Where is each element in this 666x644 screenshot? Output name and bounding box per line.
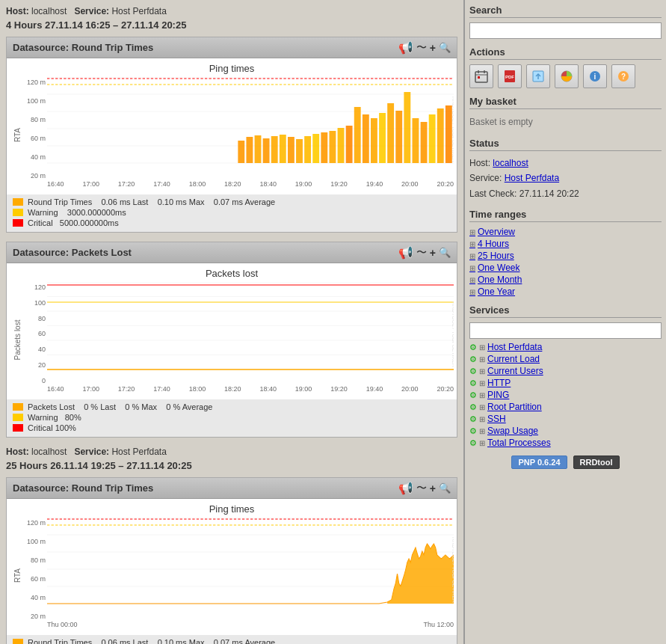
pnp-badge[interactable]: PNP 0.6.24 [511,456,567,469]
time-range-link-oneweek[interactable]: ⊞ One Week [469,263,662,273]
datasource-title-3: Datasource: Round Trip Times [13,482,153,494]
host-info-3: Host: localhost Service: Host Perfdata [6,447,457,457]
service-ext-icon-5: ⊞ [479,391,485,399]
service-item-root-partition: ⚙ ⊞ Root Partition [469,402,662,412]
service-gear-icon-8: ⚙ [469,426,477,436]
zoom-icon-2[interactable]: 🔍 [439,247,451,258]
datasource-block-3: Datasource: Round Trip Times 📢 〜 + 🔍 Pin… [6,477,457,644]
plus-icon-1[interactable]: + [430,42,436,54]
pie-icon-btn[interactable] [555,64,579,88]
wave-icon-1[interactable]: 〜 [416,41,427,55]
legend-row-3-1: Round Trip Times 0.06 ms Last 0.10 ms Ma… [13,638,451,644]
pdf-icon-btn[interactable]: PDF [498,64,522,88]
service-item-total-processes: ⚙ ⊞ Total Processes [469,438,662,448]
status-service-row: Service: Host Perfdata [469,171,662,185]
time-range-link-oneyear[interactable]: ⊞ One Year [469,286,662,297]
services-search-input[interactable] [469,322,662,339]
search-input[interactable] [469,22,662,39]
service-gear-icon-5: ⚙ [469,390,477,400]
service-link-host-perfdata[interactable]: Host Perfdata [487,342,542,352]
service-value-3: Host Perfdata [111,447,166,457]
svg-rect-24 [371,118,377,163]
legend-row-pkt-1: Packets Lost 0 % Last 0 % Max 0 % Averag… [13,402,451,411]
service-link-http[interactable]: HTTP [487,378,511,388]
svg-rect-19 [329,131,336,163]
svg-rect-28 [404,92,410,163]
wave-icon-3[interactable]: 〜 [416,482,427,495]
legend-color-pkt [13,403,23,411]
svg-rect-22 [354,107,361,163]
time-range-1: 4 Hours 27.11.14 16:25 – 27.11.14 20:25 [6,19,457,31]
chart-title-3: Ping times [10,503,454,515]
rrd-badge[interactable]: RRDtool [573,456,620,469]
service-ext-icon-3: ⊞ [479,367,485,375]
calendar-icon-btn[interactable] [469,64,493,88]
basket-section: My basket Basket is empty [469,96,662,130]
svg-rect-8 [238,141,244,163]
speaker-icon-1[interactable]: 📢 [398,40,413,55]
service-link-current-users[interactable]: Current Users [487,366,543,376]
service-item-host-perfdata: ⚙ ⊞ Host Perfdata [469,342,662,352]
status-lastcheck-row: Last Check: 27.11.14 20:22 [469,186,662,201]
status-service-link[interactable]: Host Perfdata [505,173,559,183]
svg-rect-11 [263,138,270,163]
ext-link-icon-6: ⊞ [469,288,475,296]
service-item-ssh: ⚙ ⊞ SSH [469,414,662,424]
left-panel: Host: localhost Service: Host Perfdata 4… [0,0,463,644]
service-item-ping: ⚙ ⊞ PING [469,390,662,400]
service-link-ssh[interactable]: SSH [487,414,506,424]
svg-rect-12 [271,136,278,163]
ext-link-icon: ⊞ [469,228,475,236]
time-range-item-oneweek: ⊞ One Week [469,263,662,273]
wave-icon-2[interactable]: 〜 [416,246,427,260]
speaker-icon-2[interactable]: 📢 [398,245,413,260]
status-lastcheck-label: Last Check: [469,188,517,199]
ext-link-icon-2: ⊞ [469,240,475,248]
time-range-3: 25 Hours 26.11.14 19:25 – 27.11.14 20:25 [6,460,457,471]
pie-chart-icon [560,70,573,83]
legend-color-pkt-crit [13,424,23,432]
y-axis-title-2: Packets lost [14,320,22,361]
ext-link-icon-3: ⊞ [469,252,475,260]
zoom-icon-3[interactable]: 🔍 [439,482,451,494]
host-value-1: localhost [31,6,67,16]
service-link-current-load[interactable]: Current Load [487,354,540,364]
time-range-link-onemonth[interactable]: ⊞ One Month [469,275,662,285]
actions-section: Actions PDF [469,46,662,88]
svg-rect-15 [296,139,303,163]
chart-svg-2: RRDTOOL / TOBI OETIKER [47,282,454,384]
svg-rect-30 [421,122,428,163]
chart-legend-1: Round Trip Times 0.06 ms Last 0.10 ms Ma… [7,194,457,232]
datasource-block-1: Datasource: Round Trip Times 📢 〜 + 🔍 Pin… [6,37,457,233]
time-range-link-overview[interactable]: ⊞ Overview [469,227,662,237]
help-icon-btn[interactable]: ? [611,64,635,88]
plus-icon-3[interactable]: + [430,482,436,494]
service-gear-icon-2: ⚙ [469,355,477,364]
speaker-icon-3[interactable]: 📢 [398,481,413,495]
zoom-icon-1[interactable]: 🔍 [439,42,451,53]
service-link-ping[interactable]: PING [487,390,509,400]
export-icon-btn[interactable] [526,64,550,88]
svg-rect-16 [304,136,311,163]
service-gear-icon-6: ⚙ [469,402,477,412]
status-host-link[interactable]: localhost [493,158,528,168]
datasource-header-1: Datasource: Round Trip Times 📢 〜 + 🔍 [7,37,457,58]
basket-title: My basket [469,96,662,109]
status-lastcheck-value: 27.11.14 20:22 [519,188,579,199]
legend-row-2: Warning 3000.000000ms [13,208,451,217]
svg-rect-9 [246,137,253,163]
svg-rect-13 [280,135,286,163]
datasource-header-3: Datasource: Round Trip Times 📢 〜 + 🔍 [7,478,457,499]
service-link-root-partition[interactable]: Root Partition [487,402,542,412]
service-link-swap-usage[interactable]: Swap Usage [487,426,538,436]
time-range-link-4hours[interactable]: ⊞ 4 Hours [469,239,662,249]
chart-legend-3: Round Trip Times 0.06 ms Last 0.10 ms Ma… [7,635,457,644]
services-title: Services [469,304,662,318]
service-link-total-processes[interactable]: Total Processes [487,438,551,448]
services-section: Services ⚙ ⊞ Host Perfdata ⚙ ⊞ Current L… [469,304,662,448]
time-range-link-25hours[interactable]: ⊞ 25 Hours [469,251,662,261]
actions-icons: PDF [469,64,662,88]
info-icon-btn[interactable]: i [583,64,607,88]
plus-icon-2[interactable]: + [430,247,436,259]
service-ext-icon: ⊞ [479,343,485,352]
